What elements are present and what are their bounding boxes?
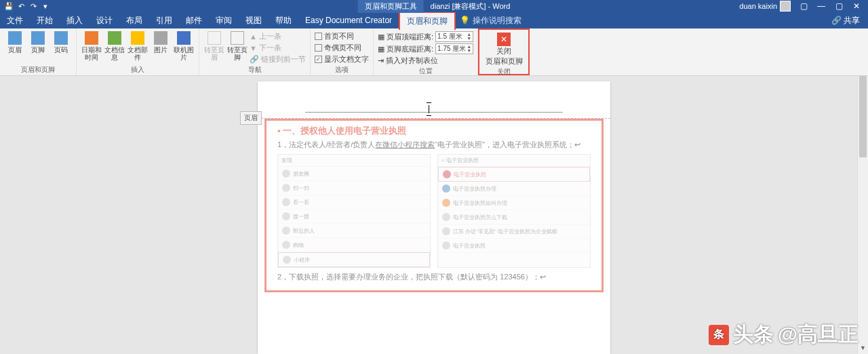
save-icon[interactable]: 💾 [4, 1, 14, 11]
online-pictures-button[interactable]: 联机图片 [173, 30, 195, 61]
goto-footer-button[interactable]: 转至页脚 [226, 30, 248, 61]
qat-more-icon[interactable]: ▾ [41, 1, 50, 11]
group-header-footer: 页眉 页脚 页码 页眉和页脚 [0, 28, 77, 75]
contextual-tab-label: 页眉和页脚工具 [358, 0, 424, 13]
share-button[interactable]: 🔗 共享 [825, 12, 868, 29]
previous-section-button: ▲ 上一条 [250, 31, 306, 41]
scroll-down-icon[interactable]: ▼ [858, 345, 868, 354]
doc-info-button[interactable]: 文档信息 [104, 30, 125, 61]
group-insert: 日期和时间 文档信息 文档部件 图片 联机图片 插入 [77, 28, 199, 75]
phone-right: < 电子营业执照 电子营业执照 电子营业执照办理 电子营业执照如何办理 电子营业… [437, 154, 591, 268]
watermark: 条 头条 @高旦正 [709, 321, 859, 349]
tab-references[interactable]: 引用 [149, 12, 179, 29]
phone-left: 发现 朋友圈 扫一扫 看一看 搜一搜 附近的人 购物 小程序 [277, 154, 431, 268]
group-position: ▦ 页眉顶端距离: 1.5 厘米▲▼ ▦ 页脚底端距离: 1.75 厘米▲▼ ⇥… [374, 28, 478, 75]
minimize-button[interactable]: — [812, 1, 830, 11]
tab-insert[interactable]: 插入 [60, 12, 90, 29]
group-options: 首页不同 奇偶页不同 ✓显示文档文字 选项 [311, 28, 374, 75]
tab-help[interactable]: 帮助 [269, 12, 298, 29]
tab-view[interactable]: 视图 [239, 12, 269, 29]
tab-home[interactable]: 开始 [30, 12, 60, 29]
tell-me-search[interactable]: 💡 操作说明搜索 [460, 15, 521, 26]
tab-layout[interactable]: 布局 [119, 12, 149, 29]
document-title: dianzi [兼容模式] - Word [431, 1, 511, 12]
insert-alignment-tab-button[interactable]: ⇥ 插入对齐制表位 [378, 56, 473, 66]
tab-file[interactable]: 文件 [0, 12, 30, 29]
document-page: 页眉 • 一、授权他人使用电子营业执照 1，法定代表人/经营者/负责人在微信小程… [258, 81, 610, 354]
maximize-button[interactable]: ▢ [830, 1, 848, 11]
toutiao-icon: 条 [709, 325, 729, 345]
vertical-scrollbar[interactable]: ▲ ▼ [857, 76, 868, 354]
tab-review[interactable]: 审阅 [209, 12, 239, 29]
ribbon-tabs: 文件 开始 插入 设计 布局 引用 邮件 审阅 视图 帮助 Easy Docum… [0, 12, 868, 28]
header-from-top-field[interactable]: ▦ 页眉顶端距离: 1.5 厘米▲▼ [378, 31, 473, 42]
quick-access-toolbar: 💾 ↶ ↷ ▾ [0, 1, 50, 11]
group-close: ✕ 关闭 页眉和页脚 关闭 [478, 28, 530, 75]
close-window-button[interactable]: ✕ [848, 1, 865, 11]
close-header-footer-button[interactable]: ✕ 关闭 页眉和页脚 [484, 31, 524, 66]
group-navigation: 转至页眉 转至页脚 ▲ 上一条 ▼ 下一条 🔗 链接到前一节 导航 [199, 28, 311, 75]
tab-header-footer-design[interactable]: 页眉和页脚 [399, 12, 456, 30]
footer-button[interactable]: 页脚 [27, 30, 49, 54]
close-icon: ✕ [497, 33, 511, 46]
different-first-page-checkbox[interactable]: 首页不同 [315, 31, 369, 41]
document-body-dimmed: • 一、授权他人使用电子营业执照 1，法定代表人/经营者/负责人在微信小程序搜索… [264, 119, 604, 292]
page-header-area[interactable]: 页眉 [258, 81, 610, 119]
next-section-button: ▼ 下一条 [250, 43, 306, 53]
paragraph: 2，下载执照，选择需要办理业务的企业，把执照下载（默认密码为 123456）；↩ [277, 272, 591, 282]
avatar [780, 1, 791, 12]
scroll-thumb[interactable] [859, 76, 867, 157]
page-number-button[interactable]: 页码 [50, 30, 72, 54]
date-time-button[interactable]: 日期和时间 [81, 30, 102, 61]
header-button[interactable]: 页眉 [4, 30, 26, 54]
link-to-previous-button: 🔗 链接到前一节 [250, 54, 306, 64]
text-cursor [429, 105, 429, 113]
header-indicator-tab: 页眉 [240, 111, 262, 125]
lightbulb-icon: 💡 [460, 16, 470, 25]
document-workspace[interactable]: 页眉 • 一、授权他人使用电子营业执照 1，法定代表人/经营者/负责人在微信小程… [0, 76, 868, 354]
tab-easy-document-creator[interactable]: Easy Document Creator [298, 13, 399, 28]
title-bar: 💾 ↶ ↷ ▾ 页眉和页脚工具 dianzi [兼容模式] - Word dua… [0, 0, 868, 12]
redo-icon[interactable]: ↷ [28, 1, 38, 11]
ribbon: 页眉 页脚 页码 页眉和页脚 日期和时间 文档信息 文档部件 图片 联机图片 插… [0, 28, 868, 76]
different-odd-even-checkbox[interactable]: 奇偶页不同 [315, 43, 369, 53]
paragraph: 1，法定代表人/经营者/负责人在微信小程序搜索“电子营业执照”，进入电子营业执照… [277, 140, 591, 150]
heading: • 一、授权他人使用电子营业执照 [277, 125, 591, 137]
ribbon-options-icon[interactable]: ▢ [795, 1, 812, 11]
goto-header-button: 转至页眉 [203, 30, 225, 61]
footer-from-bottom-field[interactable]: ▦ 页脚底端距离: 1.75 厘米▲▼ [378, 43, 473, 54]
tab-design[interactable]: 设计 [90, 12, 119, 29]
quick-parts-button[interactable]: 文档部件 [127, 30, 149, 61]
undo-icon[interactable]: ↶ [16, 1, 26, 11]
show-document-text-checkbox[interactable]: ✓显示文档文字 [315, 54, 369, 64]
pictures-button[interactable]: 图片 [150, 30, 172, 54]
tab-mail[interactable]: 邮件 [179, 12, 209, 29]
account-user[interactable]: duan kaixin [739, 1, 791, 12]
